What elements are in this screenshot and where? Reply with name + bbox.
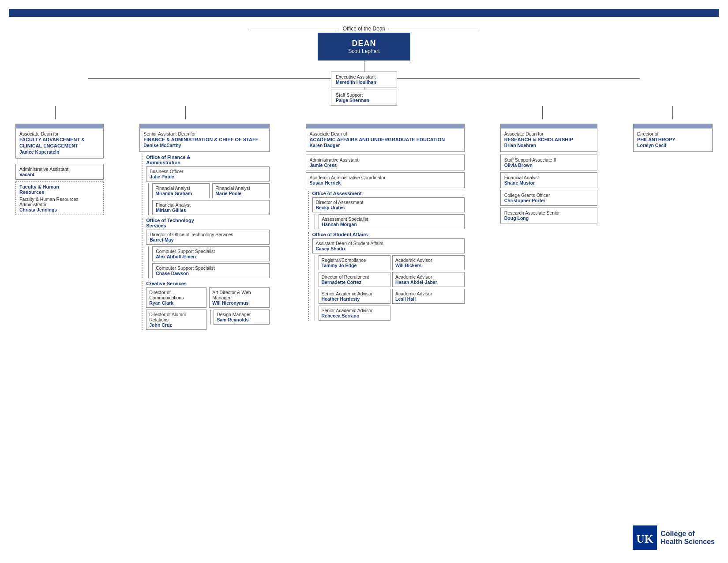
dean-name: Scott Lephart (327, 48, 401, 54)
col3-role: Associate Dean of (310, 131, 461, 136)
col2-role: Senior Assistant Dean for (143, 131, 266, 136)
dean-box: DEAN Scott Lephart (318, 33, 410, 60)
col4: Associate Dean for RESEARCH & SCHOLARSHI… (500, 124, 597, 225)
col4-name: Brian Noehren (504, 143, 593, 148)
col4-title: RESEARCH & SCHOLARSHIP (504, 136, 593, 143)
col5-role: Director of (637, 131, 709, 136)
exec-name: Meredith Houlihan (336, 79, 392, 85)
page: Office of the Dean DEAN Scott Lephart Ex… (0, 0, 728, 563)
svg-text:UK: UK (637, 533, 654, 545)
christopher-porter: Christopher Porter (504, 198, 593, 203)
col2-name: Denise McCarthy (143, 143, 266, 148)
top-bar (9, 9, 719, 17)
logo-area: UK College of Health Sciences (633, 525, 715, 550)
logo-text2: Health Sciences (660, 538, 715, 546)
staff-support-box: Staff Support Paige Sherman (331, 90, 397, 106)
chase-dawson: Chase Dawson (156, 271, 266, 276)
exec-assistant-box: Executive Assistant Meredith Houlihan (331, 72, 397, 87)
col1-role: Associate Dean for (19, 131, 100, 136)
col4-role: Associate Dean for (504, 131, 593, 136)
col3: Associate Dean of ACADEMIC AFFAIRS AND U… (306, 124, 465, 321)
staff-role: Staff Support (336, 92, 392, 98)
uk-logo-icon: UK (633, 525, 657, 550)
col3-name: Karen Badger (310, 143, 461, 148)
logo-text: College of Health Sciences (660, 530, 715, 546)
office-of-dean-label: Office of the Dean (338, 26, 390, 32)
col1: Associate Dean for FACULTY ADVANCEMENT &… (15, 124, 104, 217)
col1-title: FACULTY ADVANCEMENT & CLINICAL ENGAGEMEN… (19, 136, 100, 149)
col5-title: PHILANTHROPY (637, 136, 709, 143)
columns-row: Associate Dean for FACULTY ADVANCEMENT &… (15, 124, 713, 332)
col5-name: Loralyn Cecil (637, 143, 709, 148)
dean-section: Office of the Dean DEAN Scott Lephart Ex… (15, 26, 713, 119)
dean-title: DEAN (327, 39, 401, 48)
staff-name: Paige Sherman (336, 98, 392, 103)
col2: Senior Assistant Dean for FINANCE & ADMI… (139, 124, 270, 332)
olivia-brown: Olivia Brown (504, 162, 593, 168)
col3-title: ACADEMIC AFFAIRS AND UNDERGRADUATE EDUCA… (310, 136, 461, 143)
org-chart: Office of the Dean DEAN Scott Lephart Ex… (9, 21, 719, 336)
exec-role: Executive Assistant (336, 74, 392, 79)
col5: Director of PHILANTHROPY Loralyn Cecil (633, 124, 713, 152)
logo-text1: College of (660, 530, 715, 538)
col2-title: FINANCE & ADMINISTRATION & CHIEF OF STAF… (143, 136, 266, 143)
col1-name: Janice Kuperstein (19, 149, 100, 155)
